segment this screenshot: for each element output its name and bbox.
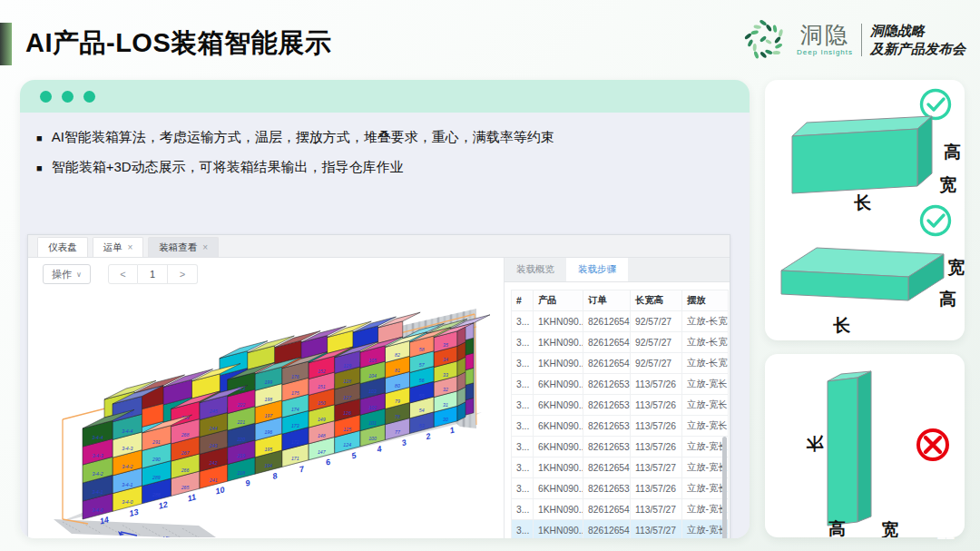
table-cell: 113/57/27 <box>631 520 682 539</box>
svg-text:244: 244 <box>209 426 218 431</box>
svg-text:1: 1 <box>449 425 456 435</box>
tab-dashboard[interactable]: 仪表盘 <box>37 237 88 257</box>
svg-text:3-4-0: 3-4-0 <box>122 499 132 505</box>
brand-name-cn: 洞隐 <box>800 24 849 46</box>
svg-text:56: 56 <box>419 378 425 383</box>
packing-3d-canvas[interactable]: 3031323334355354555657587778798081821001… <box>30 290 504 537</box>
svg-text:82: 82 <box>395 352 400 358</box>
svg-text:78: 78 <box>395 414 400 419</box>
table-row[interactable]: 3...6KHN090...82612653113/57/26立放-宽长 <box>512 437 729 458</box>
table-cell: 82612653 <box>583 395 631 416</box>
table-row[interactable]: 3...1KHN090...8261265492/57/27立放-长宽 <box>512 311 729 332</box>
svg-text:80: 80 <box>395 383 400 389</box>
table-row[interactable]: 3...1KHN090...8261265492/57/27立放-长宽 <box>512 353 729 374</box>
panel-tab-bar: 装载概览 装载步骤 <box>505 258 730 282</box>
svg-text:152: 152 <box>318 369 326 374</box>
table-cell: 6KHN090... <box>534 437 583 458</box>
svg-text:3-4-3: 3-4-3 <box>122 446 132 451</box>
table-row[interactable]: 3...6KHN090...82612653113/57/26立放-宽长 <box>512 478 729 499</box>
table-cell: 1KHN090... <box>534 332 583 353</box>
table-cell: 82612653 <box>583 478 631 499</box>
svg-text:10: 10 <box>214 485 225 496</box>
svg-text:3-4-1: 3-4-1 <box>122 482 132 487</box>
table-cell: 立放-长宽 <box>682 311 729 332</box>
column-header[interactable]: 产品 <box>534 290 583 311</box>
svg-text:33: 33 <box>443 372 448 378</box>
table-row[interactable]: 3...1KHN090...82612654113/57/27立放-宽长 <box>512 499 729 520</box>
svg-text:30: 30 <box>443 417 448 422</box>
orientation-card-forbidden: 长 高 宽 <box>765 354 965 537</box>
brand-event-title: 洞隐战略 及新产品发布会 <box>870 22 965 59</box>
action-dropdown-button[interactable]: 操作 ∨ <box>43 264 91 284</box>
scrollbar-thumb[interactable] <box>722 437 727 538</box>
tab-waybill[interactable]: 运单 × <box>93 237 144 257</box>
svg-text:7: 7 <box>299 464 306 474</box>
label-width: 宽 <box>947 258 965 277</box>
svg-text:124: 124 <box>343 442 351 448</box>
column-header[interactable]: 订单 <box>583 290 631 311</box>
table-row[interactable]: 3...6KHN090...82612653113/57/26立放-宽长 <box>512 374 729 395</box>
label-height: 高 <box>944 143 961 162</box>
prev-page-button[interactable]: < <box>108 264 138 284</box>
svg-text:101: 101 <box>368 420 377 426</box>
table-cell: 113/57/26 <box>631 437 682 458</box>
title-accent-bar <box>0 23 12 65</box>
table-cell: 82612654 <box>583 353 631 374</box>
svg-text:265: 265 <box>181 485 190 490</box>
svg-text:242: 242 <box>209 460 218 466</box>
toolbar-pager: < 1 > <box>108 264 198 284</box>
close-icon[interactable]: × <box>128 242 133 252</box>
table-row[interactable]: 3...1KHN090...8261265492/57/27立放-长宽 <box>512 332 729 353</box>
table-cell: 82612653 <box>583 437 631 458</box>
label-width: 宽 <box>939 175 956 194</box>
table-cell: 3... <box>512 416 534 437</box>
svg-text:54: 54 <box>419 408 425 413</box>
slide: AI产品-LOS装箱智能展示 洞隐 Deep Insights 洞隐战略 及新产… <box>0 0 980 551</box>
column-header[interactable]: 长宽高 <box>631 290 682 311</box>
svg-text:220: 220 <box>236 437 245 442</box>
label-length: 长 <box>833 316 851 335</box>
column-header[interactable]: # <box>512 290 534 311</box>
table-body: 3...1KHN090...8261265492/57/27立放-长宽3...1… <box>512 311 729 539</box>
table-row[interactable]: 3...1KHN090...82612654113/57/27立放-宽长 <box>512 458 729 478</box>
svg-text:174: 174 <box>291 407 299 412</box>
table-row[interactable]: 3...6KHN090...82612653113/57/26立放-宽长 <box>512 416 729 437</box>
svg-text:4: 4 <box>375 444 382 454</box>
tab-load-overview[interactable]: 装载概览 <box>505 258 566 281</box>
table-row[interactable]: 3...6KHN090...82612653113/57/26立放-宽长 <box>512 395 729 416</box>
brand-divider <box>861 24 862 56</box>
tab-packing-view[interactable]: 装箱查看 × <box>148 237 219 257</box>
table-cell: 6KHN090... <box>534 416 583 437</box>
page-number-field[interactable]: 1 <box>138 264 168 284</box>
packing-3d-pane: 操作 ∨ < 1 > 30313233343553545556575877787… <box>28 258 505 538</box>
svg-text:103: 103 <box>368 389 377 394</box>
next-page-button[interactable]: > <box>168 264 198 284</box>
window-dot <box>62 91 74 103</box>
svg-text:171: 171 <box>291 456 299 461</box>
table-cell: 立放-宽长 <box>682 437 729 458</box>
box-upright-lengthwise <box>792 116 932 193</box>
table-row[interactable]: 3...1KHN090...82612654113/57/27立放-宽长 <box>512 520 729 539</box>
table-cell: 113/57/26 <box>631 478 682 499</box>
bullet-list: ■ AI智能装箱算法，考虑运输方式，温层，摆放方式，堆叠要求，重心，满载率等约束… <box>20 113 750 176</box>
svg-text:194: 194 <box>264 463 272 468</box>
table-cell: 82612653 <box>583 374 631 395</box>
table-cell: 6KHN090... <box>534 395 583 416</box>
app-tab-bar: 仪表盘 运单 × 装箱查看 × <box>28 235 730 258</box>
svg-text:197: 197 <box>264 413 273 418</box>
svg-text:147: 147 <box>318 449 327 455</box>
svg-text:288: 288 <box>152 492 161 497</box>
svg-text:3-4-2: 3-4-2 <box>92 471 103 477</box>
close-icon[interactable]: × <box>202 242 208 252</box>
table-cell: 3... <box>512 520 534 539</box>
slide-page-number: 11 <box>936 524 955 544</box>
app-window: 仪表盘 运单 × 装箱查看 × 操作 ∨ <box>27 234 730 538</box>
table-cell: 立放-宽长 <box>682 520 729 539</box>
column-header[interactable]: 摆放 <box>682 290 729 311</box>
table-cell: 1KHN090... <box>534 520 583 539</box>
svg-text:32: 32 <box>443 387 448 392</box>
svg-text:35: 35 <box>443 342 448 348</box>
tab-load-steps[interactable]: 装载步骤 <box>566 258 628 281</box>
table-cell: 3... <box>512 437 534 458</box>
svg-text:266: 266 <box>181 467 190 473</box>
